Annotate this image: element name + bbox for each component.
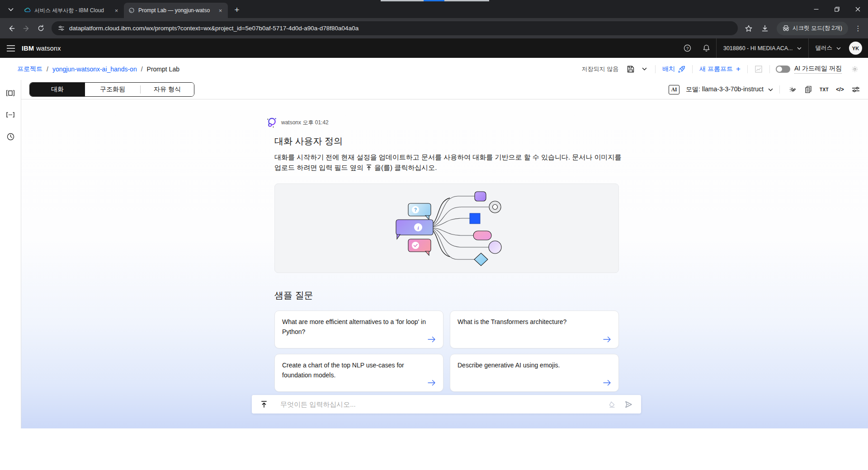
- sample-question-card[interactable]: What is the Transformers architecture?: [450, 310, 619, 348]
- chrome-menu-icon[interactable]: ⋮: [853, 24, 863, 33]
- region-label: 댈러스: [816, 44, 833, 52]
- browser-tab-ibm-cloud[interactable]: 서비스 세부사항 - IBM Cloud ×: [20, 3, 124, 18]
- chat-flow-illustration: ? i: [390, 188, 503, 268]
- incognito-label: 시크릿 모드(창 2개): [793, 24, 842, 32]
- account-selector[interactable]: 3018860 - HI MEDIA ACA...: [716, 38, 808, 58]
- breadcrumb-project-link[interactable]: yongjun-watsonx-ai_hands-on: [52, 66, 137, 73]
- divider: [779, 85, 780, 94]
- site-settings-icon[interactable]: [58, 25, 65, 32]
- gear-icon[interactable]: [848, 62, 862, 76]
- close-tab-icon[interactable]: ×: [217, 7, 224, 14]
- chat-content-area: watsonx 오후 01:42 대화 사용자 정의 대화를 시작하기 전에 현…: [21, 99, 868, 428]
- rocket-icon: [678, 66, 685, 73]
- new-tab-button[interactable]: +: [231, 4, 243, 16]
- svg-text:?: ?: [414, 207, 417, 212]
- brand-ibm: IBM: [22, 45, 34, 52]
- breadcrumb-separator: /: [141, 66, 143, 73]
- chevron-down-icon: [797, 47, 802, 50]
- history-clock-icon[interactable]: [1, 127, 19, 146]
- view-text-button[interactable]: TXT: [817, 83, 831, 96]
- message-meta: watsonx 오후 01:42: [281, 119, 329, 127]
- message-timestamp: 오후 01:42: [302, 119, 328, 126]
- help-icon[interactable]: ?: [678, 38, 697, 58]
- toggle-knob: [777, 66, 782, 72]
- browser-tab-prompt-lab[interactable]: Prompt Lab — yongjun-watso ×: [124, 3, 228, 18]
- sample-question-card[interactable]: Create a chart of the top NLP use-cases …: [274, 354, 443, 392]
- region-selector[interactable]: 댈러스: [808, 38, 848, 58]
- upload-icon: [366, 164, 372, 171]
- notifications-bell-icon[interactable]: [697, 38, 716, 58]
- top-progress-indicator: [424, 0, 444, 1]
- divider: [655, 65, 656, 73]
- refresh-button[interactable]: [33, 21, 48, 36]
- ai-guardrails-toggle[interactable]: [776, 66, 790, 73]
- save-icon[interactable]: [624, 62, 637, 76]
- description-text: 을(를) 클릭하십시오.: [374, 164, 437, 171]
- clear-eraser-icon[interactable]: [606, 399, 618, 410]
- app-brand: IBMwatsonx: [22, 45, 61, 52]
- breadcrumb-separator: /: [47, 66, 48, 73]
- tab-title: 서비스 세부사항 - IBM Cloud: [34, 7, 109, 14]
- chat-message-input[interactable]: [280, 400, 602, 408]
- view-code-button[interactable]: </>: [833, 83, 847, 96]
- model-selector-label[interactable]: 모델: llama-3-3-70b-instruct: [686, 85, 764, 94]
- downloads-icon[interactable]: [758, 21, 772, 36]
- variables-icon[interactable]: [1, 106, 19, 124]
- message-header: watsonx 오후 01:42: [266, 117, 626, 128]
- breadcrumb-projects-link[interactable]: 프로젝트: [17, 65, 42, 73]
- close-tab-icon[interactable]: ×: [113, 7, 120, 14]
- window-restore-button[interactable]: [826, 0, 847, 18]
- sample-question-cards: What are more efficient alternatives to …: [274, 310, 626, 392]
- sample-question-card[interactable]: Describe generative AI using emojis.: [450, 354, 619, 392]
- user-avatar[interactable]: YK: [849, 42, 862, 55]
- upload-file-button[interactable]: [259, 399, 269, 410]
- top-progress-strip: [381, 0, 489, 1]
- sample-question-card[interactable]: What are more efficient alternatives to …: [274, 310, 443, 348]
- message-title: 대화 사용자 정의: [274, 135, 626, 147]
- send-icon[interactable]: [623, 399, 634, 410]
- duplicate-copy-icon[interactable]: [802, 83, 815, 96]
- breadcrumb-current: Prompt Lab: [147, 66, 179, 73]
- address-bar[interactable]: dataplatform.cloud.ibm.com/wx/prompts?co…: [52, 21, 738, 35]
- divider: [747, 65, 748, 73]
- left-side-rail: [0, 80, 21, 428]
- header-right: ? 3018860 - HI MEDIA ACA... 댈러스 YK: [678, 38, 868, 58]
- sample-question-text: What is the Transformers architecture?: [458, 317, 607, 327]
- tab-title: Prompt Lab — yongjun-watso: [138, 7, 213, 14]
- deploy-button[interactable]: 배치: [660, 65, 688, 73]
- window-minimize-button[interactable]: [806, 0, 826, 18]
- tab-chat[interactable]: 대화: [30, 83, 85, 96]
- message-description: 대화를 시작하기 전에 현재 설정을 업데이트하고 문서를 사용하여 대화를 기…: [274, 152, 628, 173]
- new-prompt-button[interactable]: 새 프롬프트 +: [697, 65, 743, 73]
- hamburger-menu-icon[interactable]: [0, 38, 22, 58]
- arrow-right-icon[interactable]: [428, 336, 436, 343]
- bookmark-star-icon[interactable]: [741, 21, 756, 36]
- prompt-editor-icon[interactable]: [1, 84, 19, 102]
- browser-tab-strip: 서비스 세부사항 - IBM Cloud × Prompt Lab — yong…: [0, 0, 868, 18]
- watsonx-favicon: [128, 7, 135, 14]
- url-text: dataplatform.cloud.ibm.com/wx/prompts?co…: [69, 25, 359, 32]
- arrow-right-icon[interactable]: [428, 380, 436, 386]
- forward-button[interactable]: [19, 21, 33, 36]
- window-close-button[interactable]: [847, 0, 868, 18]
- model-parameters-gear-icon[interactable]: [786, 83, 799, 96]
- new-prompt-label: 새 프롬프트: [699, 65, 733, 73]
- message-body: 대화 사용자 정의 대화를 시작하기 전에 현재 설정을 업데이트하고 문서를 …: [274, 135, 626, 392]
- arrow-right-icon[interactable]: [603, 336, 611, 343]
- tab-structured[interactable]: 구조화됨: [85, 83, 140, 96]
- tab-freeform[interactable]: 자유 형식: [141, 83, 194, 96]
- window-controls: [806, 0, 868, 18]
- svg-text:?: ?: [686, 46, 689, 51]
- back-button[interactable]: [5, 21, 19, 36]
- chat-column: watsonx 오후 01:42 대화 사용자 정의 대화를 시작하기 전에 현…: [266, 99, 626, 392]
- arrow-right-icon[interactable]: [603, 380, 611, 386]
- watsonx-avatar-icon: [266, 117, 278, 128]
- save-options-chevron-icon[interactable]: [637, 62, 651, 76]
- sender-name: watsonx: [281, 119, 301, 126]
- tab-search-button[interactable]: [5, 3, 17, 16]
- chevron-down-icon[interactable]: [768, 88, 773, 91]
- incognito-badge[interactable]: 시크릿 모드(창 2개): [777, 22, 848, 35]
- chevron-down-icon: [836, 47, 841, 50]
- sliders-settings-icon[interactable]: [849, 83, 863, 96]
- brand-product: watsonx: [36, 45, 61, 52]
